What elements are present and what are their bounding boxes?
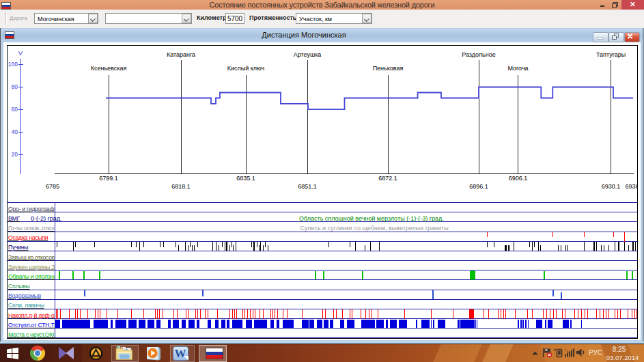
svg-text:6896.1: 6896.1 bbox=[469, 183, 488, 190]
svg-text:Гр-ты основ.,откос...: Гр-ты основ.,откос... bbox=[8, 225, 60, 232]
svg-text:Ксеньевская: Ксеньевская bbox=[91, 65, 127, 72]
svg-text:6818.1: 6818.1 bbox=[171, 183, 191, 190]
svg-text:Заужен ширины ЗП: Заужен ширины ЗП bbox=[8, 264, 59, 270]
svg-text:Пучины: Пучины bbox=[8, 244, 28, 251]
svg-text:6799.1: 6799.1 bbox=[99, 175, 118, 182]
svg-text:Отступл.от СТН,ТУ: Отступл.от СТН,ТУ bbox=[8, 322, 58, 329]
svg-text:Могоча: Могоча bbox=[507, 65, 528, 72]
svg-text:V: V bbox=[18, 49, 23, 57]
svg-text:6936: 6936 bbox=[625, 183, 638, 190]
svg-text:6872.1: 6872.1 bbox=[378, 175, 397, 182]
svg-text:6906.1: 6906.1 bbox=[509, 175, 528, 182]
svg-text:Обвалы и оползни: Обвалы и оползни bbox=[8, 273, 57, 280]
svg-text:80: 80 bbox=[12, 83, 18, 90]
svg-text:6851.1: 6851.1 bbox=[298, 183, 317, 190]
svg-text:6785: 6785 bbox=[46, 183, 59, 190]
svg-text:40: 40 bbox=[12, 128, 18, 135]
svg-text:Водоразмыв: Водоразмыв bbox=[8, 292, 42, 299]
svg-text:100: 100 bbox=[8, 61, 18, 68]
svg-text:Сплывы: Сплывы bbox=[8, 283, 30, 290]
svg-text:6835.1: 6835.1 bbox=[236, 175, 255, 182]
svg-text:ВМГ: ВМГ bbox=[8, 215, 20, 222]
svg-text:60: 60 bbox=[12, 106, 18, 113]
svg-text:Катаранга: Катаранга bbox=[167, 51, 195, 58]
svg-text:Раздольное: Раздольное bbox=[462, 51, 496, 58]
svg-text:Места с неуст.ОКС: Места с неуст.ОКС bbox=[8, 331, 57, 338]
svg-text:Артеушка: Артеушка bbox=[294, 51, 322, 58]
svg-text:Кислый ключ: Кислый ключ bbox=[227, 65, 265, 72]
svg-text:W: W bbox=[175, 347, 186, 360]
svg-text:Накопл.д-й деф-ов: Накопл.д-й деф-ов bbox=[8, 312, 58, 319]
svg-text:6930.1: 6930.1 bbox=[602, 183, 621, 190]
svg-text:Супесь и суглинки со щебнем, в: Супесь и суглинки со щебнем, выветрелые … bbox=[300, 225, 449, 232]
svg-text:Завыш.кр.откосов: Завыш.кр.откосов bbox=[8, 254, 55, 261]
svg-text:Таптугары: Таптугары bbox=[596, 51, 626, 58]
svg-text:Пеньковая: Пеньковая bbox=[373, 65, 404, 72]
svg-text:0-(-2) град.: 0-(-2) град. bbox=[31, 215, 62, 222]
svg-text:20: 20 bbox=[12, 151, 18, 158]
svg-text:Область сплошной вечной мерзло: Область сплошной вечной мерзлоты (-1)-(-… bbox=[299, 215, 444, 222]
svg-text:Осадка насыпи: Осадка насыпи bbox=[8, 234, 48, 241]
svg-text:Сели, лавины: Сели, лавины bbox=[8, 302, 44, 309]
svg-text:Оро- и гидрография: Оро- и гидрография bbox=[8, 206, 61, 212]
